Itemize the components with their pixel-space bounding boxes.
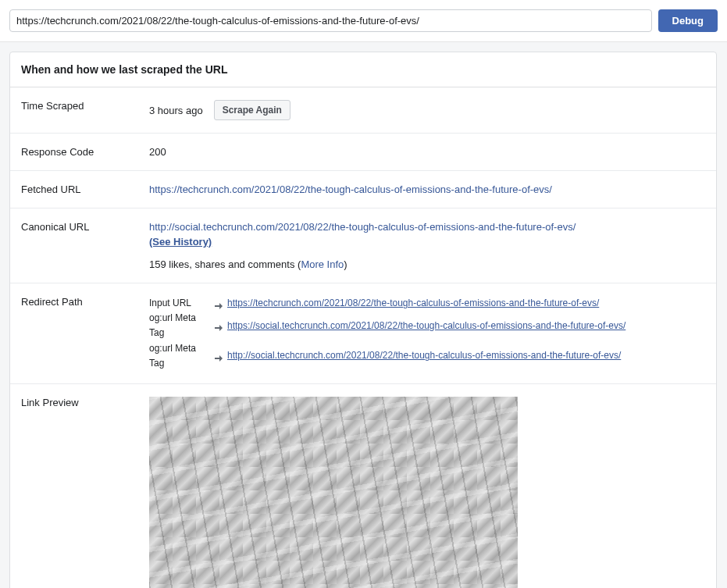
arrow-right-icon — [215, 300, 223, 308]
redirect-url-link[interactable]: https://social.techcrunch.com/2021/08/22… — [227, 319, 625, 333]
redirect-row: og:url Meta Tag http://social.techcrunch… — [149, 341, 705, 371]
row-response-code: Response Code 200 — [10, 134, 716, 171]
redirect-row: Input URL https://techcrunch.com/2021/08… — [149, 296, 705, 311]
row-fetched-url: Fetched URL https://techcrunch.com/2021/… — [10, 171, 716, 208]
row-time-scraped: Time Scraped 3 hours ago Scrape Again — [10, 87, 716, 134]
fetched-url-link[interactable]: https://techcrunch.com/2021/08/22/the-to… — [149, 184, 552, 195]
scrape-panel: When and how we last scraped the URL Tim… — [9, 52, 717, 588]
panel-heading: When and how we last scraped the URL — [10, 52, 716, 87]
scrape-again-button[interactable]: Scrape Again — [214, 100, 290, 120]
time-scraped-value: 3 hours ago — [149, 105, 203, 116]
response-code-value: 200 — [149, 146, 705, 158]
canonical-stats-prefix: 159 likes, shares and comments ( — [149, 258, 301, 270]
redirect-url-link[interactable]: http://social.techcrunch.com/2021/08/22/… — [227, 348, 621, 363]
more-info-link[interactable]: More Info — [301, 258, 344, 270]
debug-button[interactable]: Debug — [658, 9, 718, 32]
time-scraped-label: Time Scraped — [21, 100, 149, 120]
redirect-type: og:url Meta Tag — [149, 311, 210, 340]
topbar: Debug — [0, 0, 727, 42]
time-scraped-value-wrap: 3 hours ago Scrape Again — [149, 100, 705, 120]
link-preview-label: Link Preview — [21, 397, 149, 588]
see-history-link[interactable]: (See History) — [149, 236, 212, 248]
redirect-path-table: Input URL https://techcrunch.com/2021/08… — [149, 296, 705, 371]
url-input[interactable] — [9, 9, 652, 32]
redirect-type: Input URL — [149, 296, 210, 311]
response-code-label: Response Code — [21, 146, 149, 158]
redirect-url-link[interactable]: https://techcrunch.com/2021/08/22/the-to… — [227, 296, 599, 311]
row-link-preview: Link Preview SOCIAL.TECHCRUNCH.COM The t… — [10, 384, 716, 588]
redirect-type: og:url Meta Tag — [149, 341, 210, 371]
redirect-path-label: Redirect Path — [21, 296, 149, 371]
arrow-right-icon — [215, 322, 223, 330]
arrow-right-icon — [215, 352, 223, 360]
link-preview-image — [149, 397, 518, 588]
row-redirect-path: Redirect Path Input URL https://techcrun… — [10, 283, 716, 384]
link-preview-card[interactable]: SOCIAL.TECHCRUNCH.COM The tough calculus… — [149, 397, 518, 588]
canonical-stats-suffix: ) — [344, 258, 347, 270]
fetched-url-label: Fetched URL — [21, 184, 149, 195]
row-canonical-url: Canonical URL http://social.techcrunch.c… — [10, 208, 716, 283]
canonical-url-label: Canonical URL — [21, 221, 149, 270]
canonical-url-link[interactable]: http://social.techcrunch.com/2021/08/22/… — [149, 221, 576, 233]
redirect-row: og:url Meta Tag https://social.techcrunc… — [149, 311, 705, 340]
content-outer: When and how we last scraped the URL Tim… — [0, 42, 727, 588]
